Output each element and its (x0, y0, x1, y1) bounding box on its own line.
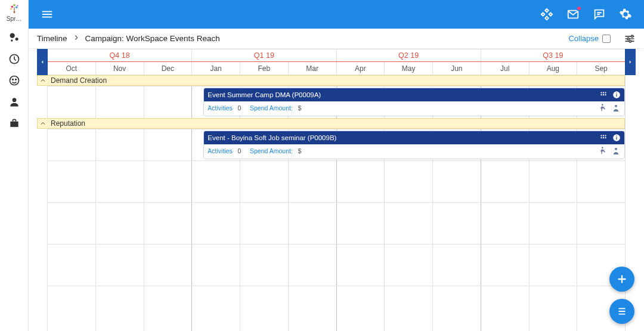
spend-label: Spend Amount: (250, 104, 293, 112)
info-icon[interactable] (612, 91, 621, 99)
event-title: Event Summer Camp DMA (P0009A) (208, 91, 321, 98)
spend-label: Spend Amount: (250, 147, 293, 154)
month-row: Oct Nov Dec Jan Feb Mar Apr May Jun Jul … (48, 62, 625, 75)
activities-value: 0 (238, 147, 242, 154)
nav-smile-icon[interactable] (8, 75, 20, 86)
svg-point-26 (605, 94, 606, 95)
spend-value: $ (298, 147, 302, 154)
owner-icon[interactable] (611, 146, 621, 156)
nav-briefcase-icon[interactable] (8, 117, 20, 129)
svg-point-37 (605, 137, 606, 138)
breadcrumb-root[interactable]: Timeline (37, 34, 67, 43)
event-card[interactable]: Event Summer Camp DMA (P0009A) Activitie… (203, 88, 625, 116)
drag-grid-icon[interactable] (599, 91, 608, 99)
quarter-cell: Q3 19 (481, 49, 625, 61)
svg-rect-16 (42, 17, 52, 18)
svg-rect-28 (616, 94, 617, 97)
group-label: Demand Creation (48, 76, 107, 85)
collapse-checkbox-icon (602, 35, 611, 43)
tree-icon (8, 2, 21, 16)
info-icon[interactable] (612, 134, 621, 142)
svg-point-29 (616, 92, 617, 94)
svg-point-35 (600, 137, 602, 138)
quarter-cell: Q2 19 (337, 49, 481, 61)
event-card[interactable]: Event - Boyina Soft Job seminar (P0009B)… (203, 131, 625, 159)
svg-point-13 (12, 98, 16, 102)
month-cell: Jul (481, 62, 530, 75)
svg-point-18 (631, 35, 633, 37)
month-cell: Dec (144, 62, 193, 75)
svg-point-36 (603, 137, 604, 138)
month-cell: May (385, 62, 433, 75)
svg-rect-39 (616, 137, 617, 140)
svg-point-8 (11, 39, 13, 41)
group-label: Reputation (48, 119, 85, 128)
spend-value: $ (298, 104, 302, 112)
svg-point-23 (605, 92, 606, 93)
svg-point-0 (14, 12, 15, 13)
brand-logo: Spr… (7, 2, 22, 22)
svg-point-19 (627, 38, 629, 39)
app-topbar (29, 0, 644, 29)
month-cell: Oct (48, 62, 96, 75)
chevron-up-icon[interactable] (38, 76, 48, 85)
nav-history-icon[interactable] (8, 53, 20, 65)
svg-point-42 (615, 148, 617, 150)
quarter-cell: Q1 19 (192, 49, 336, 61)
group-header: Demand Creation (37, 75, 625, 86)
activities-value: 0 (238, 104, 242, 112)
owner-icon[interactable] (611, 103, 621, 113)
gear-icon[interactable] (619, 8, 632, 21)
breadcrumb-bar: Timeline Campaign: WorkSpace Events Reac… (29, 29, 644, 49)
svg-point-34 (605, 135, 606, 136)
left-nav-rail: Spr… (0, 0, 29, 331)
activities-label: Activities (208, 104, 232, 112)
fab-add-button[interactable] (609, 267, 634, 292)
timeline-next-button[interactable] (625, 49, 636, 75)
svg-point-32 (600, 135, 602, 136)
nav-person-icon[interactable] (8, 96, 20, 108)
runner-icon[interactable] (597, 146, 606, 156)
svg-point-30 (602, 104, 603, 106)
timeline-gutter-left (37, 75, 48, 331)
event-title: Event - Boyina Soft Job seminar (P0009B) (208, 134, 336, 141)
tune-icon[interactable] (624, 33, 636, 45)
breadcrumb-page: Campaign: WorkSpace Events Reach (85, 34, 220, 43)
svg-rect-15 (42, 14, 52, 15)
svg-point-7 (15, 38, 18, 41)
svg-point-40 (616, 135, 617, 137)
fab-list-button[interactable] (609, 299, 634, 324)
activities-label: Activities (208, 147, 232, 154)
mail-badge (576, 5, 582, 11)
svg-point-31 (615, 105, 617, 107)
timeline-view: Q4 18 Q1 19 Q2 19 Q3 19 Oct Nov Dec Jan … (37, 49, 636, 331)
nav-bubble-chart-icon[interactable] (8, 32, 20, 44)
chat-icon[interactable] (593, 8, 606, 21)
collapse-label: Collapse (568, 34, 599, 43)
timeline-grid: Demand Creation Event Summer Camp DMA (P… (48, 75, 625, 331)
quarter-cell: Q4 18 (48, 49, 192, 61)
month-cell: Apr (337, 62, 385, 75)
month-cell: Feb (240, 62, 289, 75)
month-cell: Nov (96, 62, 144, 75)
month-cell: Aug (530, 62, 578, 75)
svg-rect-14 (42, 11, 52, 13)
svg-point-11 (12, 79, 13, 81)
drag-grid-icon[interactable] (599, 134, 608, 142)
month-cell: Mar (289, 62, 337, 75)
svg-point-5 (17, 5, 18, 7)
svg-point-24 (600, 94, 602, 95)
chevron-up-icon[interactable] (38, 119, 48, 128)
svg-point-41 (602, 147, 603, 149)
timeline-header: Q4 18 Q1 19 Q2 19 Q3 19 Oct Nov Dec Jan … (37, 49, 636, 75)
timeline-prev-button[interactable] (37, 49, 48, 75)
collapse-button[interactable]: Collapse (564, 32, 615, 45)
timeline-body: Demand Creation Event Summer Camp DMA (P… (37, 75, 636, 331)
app-switcher-icon[interactable] (540, 8, 553, 21)
mail-icon[interactable] (566, 8, 580, 21)
svg-point-33 (603, 135, 604, 136)
svg-point-21 (600, 92, 602, 93)
hamburger-menu-icon[interactable] (41, 8, 54, 21)
runner-icon[interactable] (597, 103, 606, 113)
svg-point-6 (10, 33, 14, 38)
